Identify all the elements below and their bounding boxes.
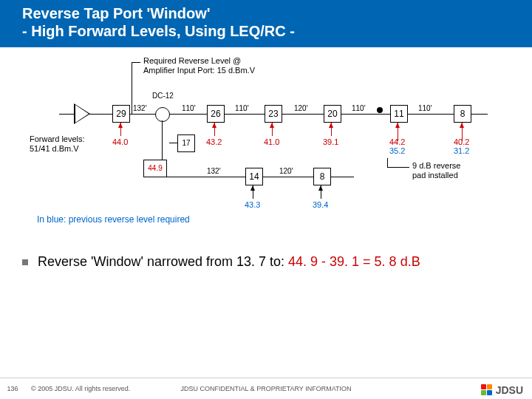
required-level-note: Required Reverse Level @Amplifier Input … — [143, 56, 255, 75]
page-number: 136 — [0, 385, 25, 392]
cable-length: 110' — [352, 104, 366, 112]
node-dot — [377, 107, 383, 113]
confidential-label: JDSU CONFIDENTIAL & PROPRIETARY INFORMAT… — [180, 385, 351, 392]
blue-legend: In blue: previous reverse level required — [37, 214, 190, 225]
logo-icon — [481, 384, 493, 396]
bullet-icon — [22, 259, 28, 265]
slide-footer: 136 © 2005 JDSU. All rights reserved. JD… — [0, 378, 532, 399]
level-value: 44.0 — [112, 137, 128, 146]
tap-20: 20 — [324, 105, 341, 123]
pad-note: 9 d.B reversepad installed — [412, 161, 460, 180]
copyright: © 2005 JDSU. All rights reserved. — [31, 385, 130, 392]
window-low-box: 44.9 — [143, 160, 167, 177]
level-value: 44.235.2 — [389, 137, 405, 155]
dc-label: DC-12 — [152, 92, 174, 100]
splitter-icon — [155, 107, 170, 122]
title-line1: Reverse Tap Port 'Window' — [22, 4, 510, 22]
tap-23: 23 — [265, 105, 282, 123]
level-value: 39.1 — [323, 137, 338, 146]
arrow-icon — [270, 123, 274, 128]
arrow-icon — [118, 123, 123, 128]
tap-29: 29 — [112, 105, 130, 123]
forward-levels-label: Forward levels:51/41 d.Bm.V — [30, 134, 85, 154]
level-value: 40.231.2 — [454, 137, 469, 155]
arrow-icon — [329, 123, 333, 128]
tap-8-b: 8 — [313, 168, 331, 185]
bullet-result: 44. 9 - 39. 1 = 5. 8 d.B — [288, 254, 420, 269]
cable-length: 132' — [133, 104, 147, 112]
arrow-icon — [318, 185, 323, 191]
level-value: 41.0 — [264, 137, 279, 146]
brand-logo: JDSU — [481, 384, 523, 396]
arrow-icon — [460, 123, 464, 128]
arrow-icon — [250, 185, 255, 191]
amplifier-icon — [74, 103, 90, 124]
cable-length: 110' — [182, 104, 196, 112]
cable-length: 120' — [294, 104, 308, 112]
level-value: 43.3 — [245, 200, 260, 209]
network-diagram: Required Reverse Level @Amplifier Input … — [0, 55, 532, 247]
cable-length: 110' — [418, 104, 432, 112]
tap-14: 14 — [245, 168, 263, 185]
brand-text: JDSU — [496, 384, 523, 396]
tap-11: 11 — [390, 105, 408, 123]
cable-length: 110' — [235, 104, 249, 112]
cable-length: 132' — [207, 167, 221, 175]
tap-8: 8 — [454, 105, 471, 123]
arrow-icon — [395, 123, 400, 128]
level-value: 43.2 — [206, 137, 222, 146]
tap-26: 26 — [207, 105, 225, 123]
summary-bullet: Reverse 'Window' narrowed from 13. 7 to:… — [0, 247, 532, 277]
equalizer-box: 17 — [177, 134, 195, 152]
title-line2: - High Forward Levels, Using LEQ/RC - — [22, 22, 510, 40]
cable-length: 120' — [279, 167, 293, 175]
bullet-text: Reverse 'Window' narrowed from 13. 7 to: — [38, 254, 288, 269]
level-value: 39.4 — [313, 200, 328, 209]
slide-title: Reverse Tap Port 'Window' - High Forward… — [0, 0, 532, 47]
arrow-icon — [212, 123, 216, 128]
